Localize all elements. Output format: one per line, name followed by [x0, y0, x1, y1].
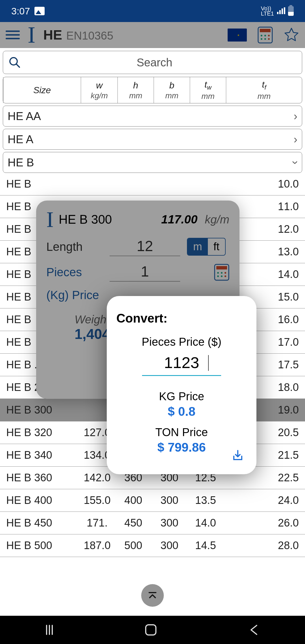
pieces-label: Pieces	[46, 266, 103, 279]
calculator-icon[interactable]	[258, 27, 273, 43]
pieces-price-label: Pieces Price ($)	[116, 336, 247, 348]
ibeam-icon: I	[46, 212, 54, 227]
svg-point-16	[221, 275, 223, 277]
home-button[interactable]	[145, 624, 156, 636]
pieces-price-input[interactable]: 1123	[142, 353, 221, 376]
menu-icon[interactable]	[6, 31, 20, 39]
text-cursor	[208, 355, 209, 371]
search-icon	[9, 56, 21, 68]
table-row[interactable]: HE B 500187.050030014.528.0	[0, 534, 305, 557]
kg-price-label: KG Price	[116, 390, 247, 403]
col-size: Size	[3, 77, 81, 103]
group-he-a[interactable]: HE A›	[3, 129, 302, 150]
svg-rect-11	[216, 266, 227, 269]
col-tf: tfmm	[226, 77, 302, 103]
pieces-input[interactable]: 1	[110, 263, 180, 282]
column-headers: Size wkg/m hmm bmm twmm tfmm	[3, 77, 302, 103]
svg-point-15	[217, 275, 219, 277]
col-w: wkg/m	[81, 77, 117, 103]
ibeam-icon: I	[28, 22, 35, 48]
calculator-icon[interactable]	[214, 264, 229, 281]
back-button[interactable]	[249, 624, 259, 636]
length-label: Length	[46, 240, 103, 254]
svg-point-5	[261, 38, 262, 40]
app-bar: I HE EN10365 ⋆	[0, 22, 305, 48]
chevron-right-icon: ›	[294, 110, 297, 123]
svg-point-12	[217, 272, 219, 274]
recents-button[interactable]	[46, 625, 53, 635]
status-bar: 3:07 Vo)) LTE1	[0, 0, 305, 22]
dialog-title: Convert:	[116, 311, 247, 325]
save-icon[interactable]	[231, 448, 245, 462]
svg-point-17	[225, 275, 226, 277]
section-type: HE	[43, 27, 62, 42]
unit-toggle[interactable]: m ft	[187, 238, 226, 256]
table-row[interactable]: HE B 400155.040030013.524.0	[0, 489, 305, 512]
battery-icon	[288, 6, 294, 16]
table-row[interactable]: HE B 450171.45030014.026.0	[0, 512, 305, 534]
svg-rect-1	[260, 29, 271, 32]
section-weight: 117.00	[161, 213, 197, 226]
unit-m[interactable]: m	[188, 238, 208, 255]
svg-point-6	[264, 38, 266, 40]
ton-price-value: $ 799.86	[116, 440, 247, 454]
convert-dialog: Convert: Pieces Price ($) 1123 KG Price …	[107, 296, 256, 474]
search-input[interactable]: Search	[3, 51, 302, 74]
selected-section-name: HE B 300	[59, 212, 156, 227]
scroll-top-button[interactable]	[141, 584, 164, 607]
svg-line-9	[16, 64, 19, 67]
col-tw: twmm	[190, 77, 226, 103]
col-h: hmm	[117, 77, 154, 103]
eu-flag-icon[interactable]: ⋆	[228, 29, 247, 42]
standard-code: EN10365	[66, 29, 113, 42]
search-placeholder: Search	[26, 56, 283, 69]
ton-price-label: TON Price	[116, 426, 247, 439]
svg-point-2	[261, 35, 262, 36]
group-he-b[interactable]: HE B›	[3, 152, 302, 173]
kg-price-label: (Kg) Price	[46, 288, 103, 302]
length-input[interactable]: 12	[110, 238, 180, 256]
chevron-down-icon: ›	[289, 160, 302, 164]
navigation-bar	[0, 616, 305, 644]
svg-point-4	[268, 35, 270, 36]
signal-icon	[277, 7, 285, 15]
picture-icon	[34, 7, 45, 15]
col-b: bmm	[154, 77, 190, 103]
svg-point-3	[264, 35, 266, 36]
kg-price-value: $ 0.8	[116, 404, 247, 419]
chevron-right-icon: ›	[294, 133, 297, 146]
favorite-icon[interactable]	[284, 27, 299, 43]
unit-ft[interactable]: ft	[208, 238, 225, 255]
svg-point-7	[268, 38, 270, 40]
status-time: 3:07	[11, 6, 30, 17]
network-label: Vo)) LTE1	[261, 6, 274, 16]
group-he-aa[interactable]: HE AA›	[3, 106, 302, 127]
svg-point-14	[225, 272, 226, 274]
table-row[interactable]: HE B10.0	[0, 173, 305, 195]
section-weight-unit: kg/m	[205, 213, 229, 226]
svg-point-13	[221, 272, 223, 274]
